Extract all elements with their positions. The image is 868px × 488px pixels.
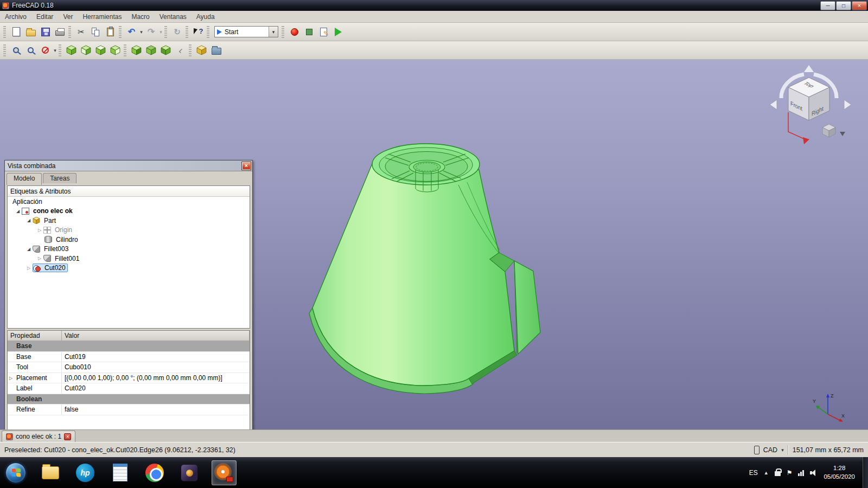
menu-ventanas[interactable]: Ventanas [155,11,192,22]
expander-icon[interactable]: ▷ [9,376,12,381]
toolbar-handle[interactable] [189,44,192,56]
document-tab-close-button[interactable]: × [64,433,71,440]
toolbar-handle[interactable] [164,26,167,38]
toolbar-handle[interactable] [3,26,6,38]
taskbar-hp-button[interactable]: hp [73,460,98,485]
workbench-selector[interactable]: Start ▾ [214,26,278,37]
property-row-tool[interactable]: Tool Cubo010 [8,362,250,373]
show-desktop-button[interactable] [863,457,868,488]
volume-icon[interactable] [810,470,818,476]
macro-edit-button[interactable] [316,24,331,39]
panel-titlebar[interactable]: Vista combinada × [5,160,252,171]
group-button[interactable] [209,43,224,57]
tree-item-part[interactable]: ◢ Part [8,216,250,226]
view-rear-button[interactable] [129,43,144,57]
taskbar-clock[interactable]: 1:28 05/05/2020 [824,464,855,481]
taskbar-explorer-button[interactable] [38,460,63,485]
view-bottom-button[interactable] [144,43,158,57]
flag-icon[interactable]: ⚑ [787,469,793,477]
fit-all-button[interactable] [9,43,23,57]
tray-overflow-arrow[interactable]: ▲ [764,470,769,476]
macro-stop-button[interactable] [302,24,316,39]
close-button[interactable]: × [852,1,867,10]
expander-icon[interactable]: ◢ [14,209,22,214]
menu-ayuda[interactable]: Ayuda [192,11,220,22]
toolbar-handle[interactable] [124,44,126,56]
rotate-left-arrow[interactable] [770,100,777,110]
measure-button[interactable]: ⌐ [173,43,188,57]
tree-item-cilindro[interactable]: Cilindro [8,235,250,245]
tree-item-fillet001[interactable]: ▷ Fillet001 [8,254,250,264]
draw-style-button[interactable] [38,43,53,57]
copy-button[interactable] [88,24,103,39]
taskbar-chrome-button[interactable] [142,460,167,485]
menu-archivo[interactable]: Archivo [0,11,31,22]
expander-icon[interactable]: ◢ [25,218,33,223]
expander-icon[interactable]: ◢ [25,247,33,252]
refresh-button[interactable]: ↻ [170,24,184,39]
property-group-base[interactable]: Base [8,341,250,352]
toolbar-handle[interactable] [186,26,188,38]
toolbar-handle[interactable] [207,26,209,38]
menu-editar[interactable]: Editar [31,11,58,22]
toolbar-handle[interactable] [59,44,61,56]
maximize-button[interactable]: □ [836,1,851,10]
view-left-button[interactable] [158,43,173,57]
tab-tareas[interactable]: Tareas [43,173,76,183]
tab-modelo[interactable]: Modelo [7,173,42,185]
toolbar-handle[interactable] [119,26,122,38]
menu-macro[interactable]: Macro [126,11,154,22]
rotate-up-arrow[interactable] [804,65,814,72]
open-document-button[interactable] [23,24,38,39]
property-group-boolean[interactable]: Boolean [8,394,250,405]
lock-icon[interactable] [775,471,781,476]
property-row-base[interactable]: Base Cut019 [8,352,250,363]
navigation-style-selector[interactable]: CAD [763,446,777,454]
expander-icon[interactable]: ▷ [36,256,43,261]
property-row-label[interactable]: Label Cut020 [8,383,250,394]
print-button[interactable] [53,24,67,39]
part-box-button[interactable] [194,43,209,57]
toolbar-handle[interactable] [68,26,71,38]
start-button[interactable] [3,460,28,485]
view-top-button[interactable] [93,43,108,57]
property-row-refine[interactable]: Refine false [8,404,250,415]
panel-close-button[interactable]: × [242,162,251,170]
tree-item-origin[interactable]: ▷ Origin [8,226,250,235]
undo-button[interactable]: ↶ [124,24,139,39]
cut-button[interactable]: ✂ [74,24,88,39]
navcube-menu-arrow[interactable] [840,132,845,136]
tree-root-aplicacion[interactable]: Aplicación [8,197,250,207]
expander-icon[interactable]: ▷ [25,266,33,271]
undo-dropdown[interactable]: ▾ [139,29,144,35]
taskbar-freecad-button[interactable] [212,460,237,485]
menu-herramientas[interactable]: Herramientas [78,11,126,22]
whats-this-button[interactable]: ? [191,24,206,39]
tree-item-cut020[interactable]: ▷ Cut020 [8,264,250,273]
toolbar-handle[interactable] [282,26,284,38]
macro-run-button[interactable] [331,24,346,39]
navcube-mini-cube[interactable] [822,124,835,137]
minimize-button[interactable]: ─ [820,1,835,10]
tree-item-cono-elec-ok[interactable]: ◢ cono elec ok [8,207,250,216]
toolbar-handle[interactable] [3,44,6,56]
taskbar-notepad-button[interactable] [107,460,132,485]
zoom-button[interactable] [23,43,38,57]
property-row-placement[interactable]: ▷Placement [(0,00 0,00 1,00); 0,00 °; (0… [8,373,250,384]
window-titlebar[interactable]: FreeCAD 0.18 ─ □ × [0,0,868,11]
navigation-cube[interactable]: Top Front Right [768,62,853,145]
language-indicator[interactable]: ES [749,469,758,477]
navigation-style-dropdown-arrow[interactable]: ▾ [781,447,784,453]
view-front-button[interactable] [79,43,93,57]
workbench-dropdown-arrow[interactable]: ▾ [269,27,278,37]
save-button[interactable] [38,24,53,39]
expander-icon[interactable]: ▷ [36,228,43,233]
macro-record-button[interactable] [287,24,302,39]
paste-button[interactable] [103,24,118,39]
view-right-button[interactable] [108,43,123,57]
redo-button[interactable]: ↷ [144,24,158,39]
tree-item-fillet003[interactable]: ◢ Fillet003 [8,245,250,254]
network-icon[interactable] [798,470,804,476]
redo-dropdown[interactable]: ▾ [158,29,163,35]
3d-viewport[interactable]: Top Front Right Z X Y Vista combinada × … [0,60,868,429]
